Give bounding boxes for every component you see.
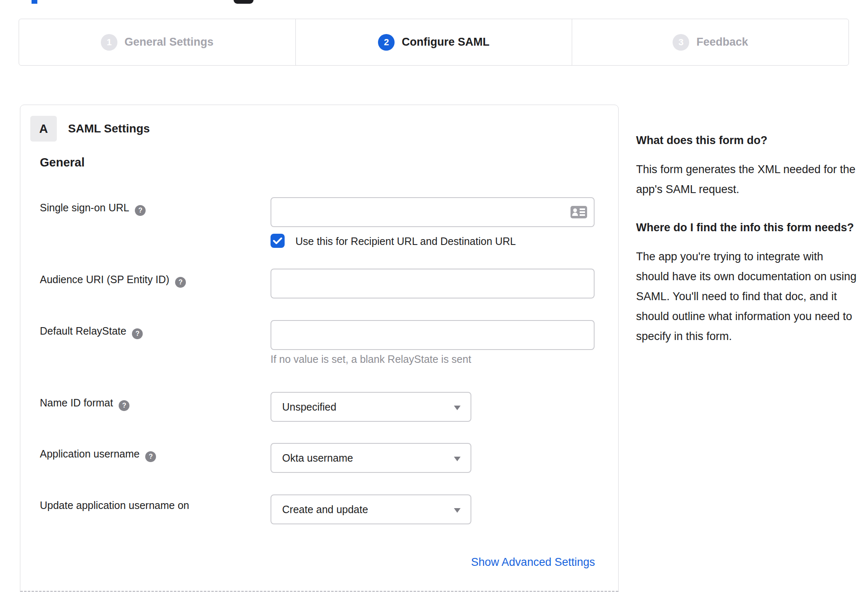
help-heading-1: What does this form do?	[636, 131, 858, 149]
help-body-2: The app you're trying to integrate with …	[636, 247, 858, 346]
help-icon[interactable]: ?	[135, 205, 146, 216]
caret-down-icon	[454, 508, 461, 513]
caret-down-icon	[454, 406, 461, 410]
help-icon[interactable]: ?	[119, 400, 129, 411]
step-number-badge: 2	[378, 34, 395, 51]
update-app-username-label: Update application username on	[40, 499, 189, 511]
section-letter-badge: A	[30, 116, 57, 142]
show-advanced-settings-link[interactable]: Show Advanced Settings	[471, 556, 595, 569]
cutoff-logo-fragment	[234, 0, 254, 4]
step-general-settings[interactable]: 1 General Settings	[19, 19, 295, 65]
application-username-label: Application username?	[40, 448, 156, 462]
help-heading-2: Where do I find the info this form needs…	[636, 218, 858, 237]
name-id-format-label: Name ID format?	[40, 397, 129, 411]
caret-down-icon	[454, 457, 461, 461]
update-app-username-select[interactable]: Create and update	[271, 494, 471, 524]
step-number-badge: 3	[673, 34, 689, 51]
help-icon[interactable]: ?	[132, 328, 143, 339]
step-label: Configure SAML	[402, 36, 489, 49]
checkmark-icon	[273, 237, 282, 245]
selected-value: Unspecified	[282, 401, 336, 413]
name-id-format-select[interactable]: Unspecified	[271, 392, 471, 422]
step-number-badge: 1	[101, 34, 117, 51]
cutoff-blue-text-fragment	[32, 0, 37, 4]
application-username-select[interactable]: Okta username	[271, 443, 471, 473]
help-panel: What does this form do? This form genera…	[636, 131, 858, 365]
wizard-stepper: 1 General Settings 2 Configure SAML 3 Fe…	[19, 19, 849, 66]
selected-value: Okta username	[282, 452, 353, 464]
step-label: Feedback	[696, 36, 748, 49]
contact-card-icon[interactable]	[571, 206, 587, 218]
sso-url-label: Single sign-on URL?	[40, 202, 146, 216]
section-title: SAML Settings	[68, 116, 150, 142]
relaystate-hint: If no value is set, a blank RelayState i…	[271, 353, 471, 365]
step-label: General Settings	[124, 36, 214, 49]
step-feedback[interactable]: 3 Feedback	[572, 19, 848, 65]
help-icon[interactable]: ?	[175, 277, 186, 288]
sso-url-input[interactable]	[271, 197, 595, 227]
recipient-url-checkbox-label: Use this for Recipient URL and Destinati…	[295, 235, 516, 247]
default-relaystate-input[interactable]	[271, 320, 595, 350]
selected-value: Create and update	[282, 504, 368, 516]
step-configure-saml[interactable]: 2 Configure SAML	[295, 19, 572, 65]
help-body-1: This form generates the XML needed for t…	[636, 159, 858, 199]
audience-uri-label: Audience URI (SP Entity ID)?	[40, 274, 186, 288]
recipient-url-checkbox[interactable]	[271, 234, 285, 248]
help-icon[interactable]: ?	[145, 451, 156, 462]
audience-uri-input[interactable]	[271, 269, 595, 298]
default-relaystate-label: Default RelayState?	[40, 325, 143, 339]
group-title-general: General	[40, 156, 85, 169]
saml-settings-card: A SAML Settings General Single sign-on U…	[20, 105, 619, 592]
